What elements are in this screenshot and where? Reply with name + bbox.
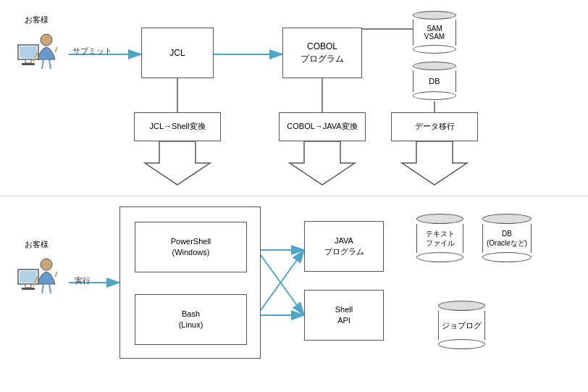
text-file-cylinder: テキスト ファイル <box>413 214 467 264</box>
jcl-box: JCL <box>141 28 214 78</box>
svg-rect-20 <box>25 59 31 63</box>
svg-marker-11 <box>145 141 210 185</box>
separator <box>0 196 588 196</box>
svg-rect-29 <box>25 284 31 288</box>
svg-line-18 <box>257 250 304 315</box>
svg-line-17 <box>257 250 304 315</box>
svg-line-35 <box>42 284 43 293</box>
bash-box: Bash (Linux) <box>135 294 247 345</box>
svg-rect-21 <box>22 63 35 65</box>
cobol-java-box: COBOL→JAVA変換 <box>279 112 366 141</box>
svg-point-23 <box>41 34 52 46</box>
java-box: JAVA プログラム <box>304 221 384 272</box>
svg-rect-31 <box>20 271 37 283</box>
jcl-shell-box: JCL→Shell変換 <box>134 112 221 141</box>
person-top-icon <box>14 27 58 74</box>
svg-line-26 <box>42 59 43 69</box>
customer-bottom-label: お客様 <box>11 239 62 250</box>
svg-line-27 <box>49 59 51 69</box>
db-top-cylinder: DB <box>409 62 460 101</box>
outer-shell-box: PowerShell (Windows) Bash (Linux) <box>119 207 261 359</box>
svg-rect-22 <box>20 46 37 58</box>
customer-top: お客様 <box>11 14 62 76</box>
sam-vsam-cylinder: SAM VSAM <box>409 11 460 54</box>
svg-marker-12 <box>290 141 355 185</box>
powershell-box: PowerShell (Windows) <box>135 222 247 272</box>
customer-top-label: お客様 <box>11 14 62 25</box>
data-migration-box: データ移行 <box>391 112 478 141</box>
person-bottom-icon <box>14 251 58 299</box>
svg-line-34 <box>55 272 57 277</box>
cobol-box: COBOL プログラム <box>282 28 362 78</box>
svg-point-32 <box>41 259 52 270</box>
db-oracle-cylinder: DB (Oracleなど) <box>478 214 536 264</box>
svg-rect-30 <box>22 288 35 290</box>
shell-api-box: Shell API <box>304 290 384 341</box>
svg-line-25 <box>55 47 57 52</box>
submit-label: サブミット <box>72 46 112 57</box>
job-log-cylinder: ジョブログ <box>434 301 489 351</box>
execute-label: 実行 <box>75 275 91 286</box>
svg-marker-13 <box>402 141 467 185</box>
svg-line-36 <box>49 284 51 293</box>
diagram: お客様 サブミット JCL COBOL プログラム SAM VSAM <box>0 0 588 392</box>
customer-bottom: お客様 <box>11 239 62 301</box>
